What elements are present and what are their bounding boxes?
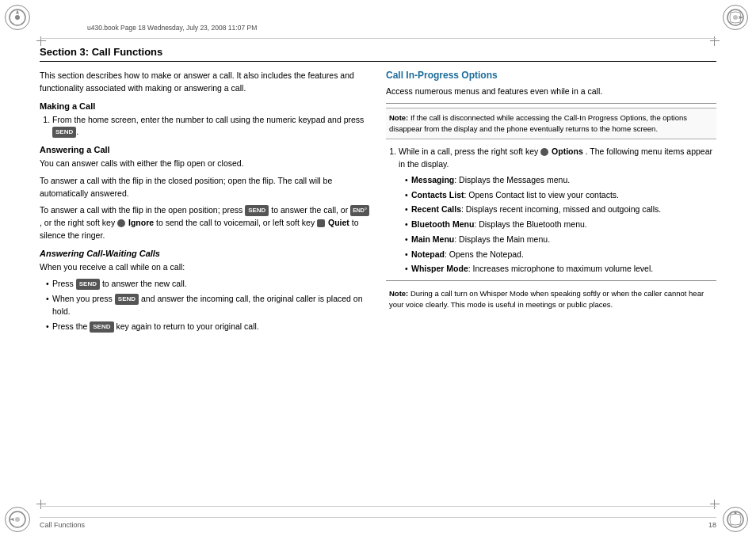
note1-label: Note:	[389, 113, 408, 122]
main-content: Section 3: Call Functions This section d…	[40, 46, 716, 500]
section-title: Section 3: Call Functions	[40, 46, 716, 62]
send-button-inline-4: SEND	[115, 294, 139, 305]
svg-point-5	[15, 517, 20, 522]
option-bluetooth-menu: Bluetooth Menu: Displays the Bluetooth m…	[405, 219, 716, 231]
note-box-2: Note: During a call turn on Whisper Mode…	[386, 285, 716, 311]
right-divider-2	[386, 280, 716, 281]
svg-point-1	[15, 15, 20, 20]
waiting-intro: When you receive a call while on a call:	[40, 261, 370, 274]
svg-point-7	[735, 512, 737, 515]
in-progress-step1: While in a call, press the right soft ke…	[399, 146, 716, 276]
answering-call-p3: To answer a call with the flip in the op…	[40, 204, 370, 241]
intro-paragraph: This section describes how to make or an…	[40, 70, 370, 95]
answering-call-p1: You can answer calls with either the fli…	[40, 158, 370, 170]
send-button-inline-2: SEND	[245, 205, 269, 216]
answering-call-p2: To answer a call with the flip in the cl…	[40, 175, 370, 200]
answering-call-heading: Answering a Call	[40, 145, 370, 154]
right-divider-1	[386, 103, 716, 104]
waiting-bullet-2: When you press SEND and answer the incom…	[46, 293, 370, 318]
option-notepad: Notepad: Opens the Notepad.	[405, 249, 716, 261]
option-whisper-mode: Whisper Mode: Increases microphone to ma…	[405, 263, 716, 276]
footer-right: 18	[708, 521, 716, 529]
footer: Call Functions 18	[40, 517, 716, 529]
note-box-1: Note: If the call is disconnected while …	[386, 108, 716, 140]
header-book-info: u430.book Page 18 Wednesday, July 23, 20…	[87, 24, 257, 32]
making-call-steps: From the home screen, enter the number t…	[40, 114, 370, 139]
option-contacts-list: Contacts List: Opens Contact list to vie…	[405, 189, 716, 202]
footer-left: Call Functions	[40, 521, 85, 529]
option-recent-calls: Recent Calls: Displays recent incoming, …	[405, 203, 716, 216]
options-bullets: Messaging: Displays the Messages menu. C…	[399, 174, 716, 276]
options-icon-small	[117, 219, 125, 227]
waiting-bullet-3: Press the SEND key again to return to yo…	[46, 321, 370, 333]
crosshair-bl	[36, 500, 46, 509]
call-in-progress-heading: Call In-Progress Options	[386, 70, 716, 81]
call-in-progress-steps: While in a call, press the right soft ke…	[386, 146, 716, 276]
bottom-margin-line	[40, 506, 716, 507]
top-margin-line	[40, 38, 716, 39]
corner-decoration-tr	[723, 5, 751, 33]
two-column-layout: This section describes how to make or an…	[40, 70, 716, 500]
right-column: Call In-Progress Options Access numerous…	[386, 70, 716, 500]
quiet-icon-small	[317, 219, 325, 227]
making-call-step1: From the home screen, enter the number t…	[52, 114, 370, 139]
making-call-heading: Making a Call	[40, 101, 370, 111]
option-messaging: Messaging: Displays the Messages menu.	[405, 174, 716, 187]
waiting-bullet-1: Press SEND to answer the new call.	[46, 278, 370, 291]
send-button-inline-5: SEND	[90, 321, 113, 333]
access-text: Access numerous menus and features even …	[386, 86, 716, 98]
left-column: This section describes how to make or an…	[40, 70, 370, 500]
options-icon-right	[540, 148, 548, 156]
crosshair-br	[710, 500, 720, 509]
option-main-menu: Main Menu: Displays the Main menu.	[405, 234, 716, 246]
send-button-inline: SEND	[52, 127, 76, 138]
send-button-inline-3: SEND	[76, 279, 100, 290]
waiting-bullets: Press SEND to answer the new call. When …	[40, 278, 370, 333]
corner-decoration-bl	[5, 507, 33, 535]
note2-label: Note:	[389, 289, 408, 298]
waiting-calls-heading: Answering Call-Waiting Calls	[40, 249, 370, 258]
note1-text: If the call is disconnected while access…	[389, 113, 687, 133]
note2-text: During a call turn on Whisper Mode when …	[389, 289, 704, 309]
svg-point-3	[733, 15, 738, 20]
corner-decoration-tl	[5, 5, 33, 33]
end-button-inline: END°	[350, 205, 369, 216]
corner-decoration-br	[723, 507, 751, 535]
